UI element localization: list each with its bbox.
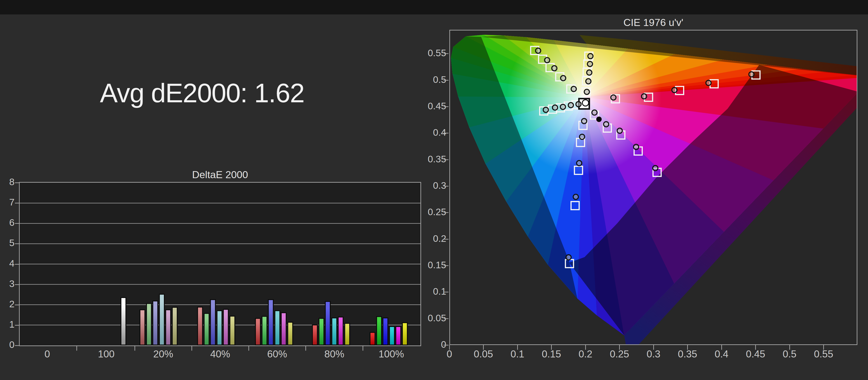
cyan-measured-4 <box>576 102 581 107</box>
gridline-6 <box>20 223 421 224</box>
green-measured-1 <box>545 58 550 63</box>
bar-80%-blue <box>325 301 331 345</box>
bar-60%-green <box>261 316 268 345</box>
bar-y-tick-5 <box>15 243 19 244</box>
bar-x-tick-3 <box>248 346 249 351</box>
cie-x-tick-11 <box>823 345 824 350</box>
bar-40%-red <box>197 307 203 345</box>
bar-100%-green <box>376 316 382 345</box>
cyan-measured-0 <box>543 107 548 112</box>
cie-y-tick-7 <box>443 160 448 160</box>
red-measured-0 <box>611 95 616 100</box>
bar-y-label-5: 5 <box>0 238 14 248</box>
bar-100%-magenta <box>395 326 401 345</box>
green-measured-4 <box>571 87 577 92</box>
green-measured-2 <box>552 66 557 71</box>
bar-60%-red <box>255 318 261 345</box>
bar-x-label-100: 100 <box>84 348 129 360</box>
bar-80%-red <box>312 324 318 345</box>
cie-y-label-0.4: 0.4 <box>408 127 446 138</box>
cie-x-tick-0 <box>449 345 450 350</box>
bar-y-label-8: 8 <box>0 177 14 187</box>
bar-100%-yellow <box>402 322 408 345</box>
gridline-7 <box>20 203 421 203</box>
bar-40%-magenta <box>223 309 229 345</box>
cie-y-tick-2 <box>443 292 448 292</box>
bar-60%-blue <box>268 299 274 345</box>
bar-y-label-0: 0 <box>0 339 14 350</box>
bar-40%-green <box>204 313 210 345</box>
bar-chart-title: DeltaE 2000 <box>19 169 421 181</box>
bar-40%-yellow <box>229 316 235 345</box>
white-measured-0 <box>582 100 589 106</box>
bar-20%-blue <box>152 301 158 345</box>
cie-x-label-0.4: 0.4 <box>699 348 744 360</box>
cie-x-label-0.25: 0.25 <box>597 348 642 360</box>
yellow-measured-4 <box>584 89 590 94</box>
cie-x-label-0.05: 0.05 <box>461 348 506 360</box>
magenta-measured-3 <box>633 144 639 149</box>
bar-y-tick-4 <box>15 264 19 265</box>
cie-plot-area <box>450 30 857 345</box>
cie-x-tick-3 <box>551 345 552 350</box>
cyan-measured-3 <box>568 103 574 108</box>
bar-80%-magenta <box>338 316 344 345</box>
green-measured-0 <box>535 48 541 53</box>
bar-y-tick-0 <box>15 345 19 346</box>
yellow-measured-3 <box>586 79 591 84</box>
cie-x-tick-2 <box>517 345 518 350</box>
bar-x-label-0: 0 <box>25 348 70 360</box>
magenta-measured-4 <box>653 166 658 171</box>
cyan-measured-2 <box>560 104 565 109</box>
bar-20%-cyan <box>159 294 165 345</box>
bar-y-label-2: 2 <box>0 299 14 310</box>
cie-gamut-svg <box>450 31 857 344</box>
cie-x-label-0.5: 0.5 <box>767 348 812 360</box>
bar-x-tick-5 <box>363 346 363 351</box>
magenta-measured-1 <box>603 122 609 127</box>
cie-y-tick-1 <box>443 318 448 319</box>
avg-de2000-readout: Avg dE2000: 1.62 <box>100 78 304 108</box>
bar-20%-green <box>146 303 152 345</box>
bar-y-tick-7 <box>15 203 19 203</box>
bar-x-label-40%: 40% <box>197 348 243 360</box>
bar-100%-cyan <box>389 326 395 345</box>
blue-measured-2 <box>577 161 582 166</box>
cie-y-tick-5 <box>443 212 448 213</box>
cie-chart-title: CIE 1976 u'v' <box>450 17 857 29</box>
bar-y-tick-8 <box>15 182 19 183</box>
cyan-measured-1 <box>553 105 558 110</box>
gridline-4 <box>20 264 421 265</box>
yellow-measured-1 <box>587 61 592 67</box>
cie-y-label-0.45: 0.45 <box>408 101 446 111</box>
gridline-2 <box>20 304 421 305</box>
red-measured-2 <box>672 88 677 93</box>
cie-x-tick-1 <box>483 345 484 350</box>
cie-x-label-0.35: 0.35 <box>665 348 710 360</box>
cie-y-tick-8 <box>443 133 448 133</box>
green-measured-3 <box>561 76 566 81</box>
bar-20%-magenta <box>165 309 171 345</box>
bar-x-label-60%: 60% <box>254 348 300 360</box>
gridline-5 <box>20 243 421 244</box>
bar-y-tick-1 <box>15 325 19 325</box>
cie-x-label-0.2: 0.2 <box>563 348 608 360</box>
bar-x-tick-2 <box>191 346 192 351</box>
bar-y-label-6: 6 <box>0 217 14 228</box>
blue-measured-0 <box>582 118 587 124</box>
cie-y-tick-4 <box>443 239 448 240</box>
cie-y-tick-10 <box>443 80 448 80</box>
blue-measured-4 <box>566 255 571 260</box>
bar-100%-red <box>370 332 375 345</box>
bar-20%-yellow <box>172 307 178 345</box>
bar-y-tick-6 <box>15 223 19 224</box>
bar-100%-blue <box>382 317 388 345</box>
bar-x-label-80%: 80% <box>312 348 357 360</box>
bar-60%-cyan <box>274 310 280 345</box>
bar-x-tick-0 <box>76 346 77 351</box>
bar-x-label-20%: 20% <box>141 348 186 360</box>
bar-x-tick-4 <box>305 346 306 351</box>
cie-x-tick-4 <box>585 345 586 350</box>
bar-y-label-7: 7 <box>0 197 14 208</box>
red-measured-1 <box>642 94 647 99</box>
